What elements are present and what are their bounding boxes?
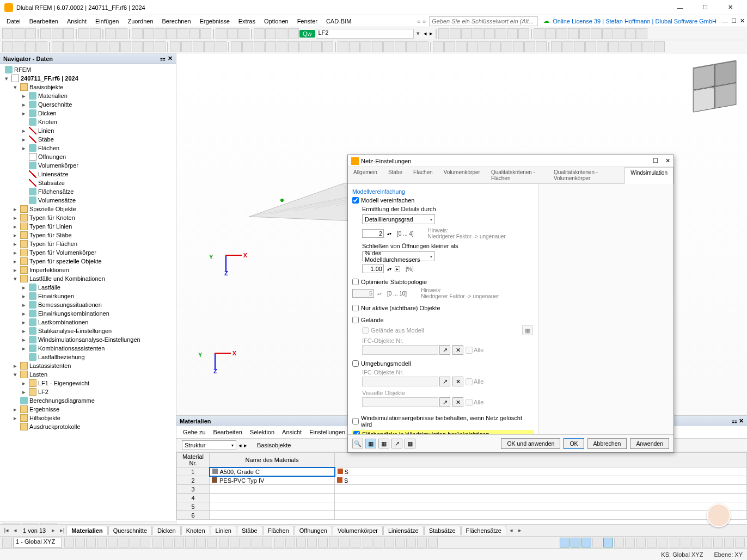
tb2-50[interactable] xyxy=(585,41,596,52)
bt-snap8[interactable] xyxy=(636,538,646,547)
tb2-5[interactable] xyxy=(52,41,63,52)
btab-liniensaetze[interactable]: Liniensätze xyxy=(383,526,424,535)
bt-24[interactable] xyxy=(318,538,328,547)
detail-value-input[interactable] xyxy=(362,229,384,238)
chk-opt-topology[interactable] xyxy=(352,279,359,285)
dtab-qk-volumen[interactable]: Qualitätskriterien - Volumenkörper xyxy=(548,167,624,183)
tb-calc2[interactable] xyxy=(227,28,238,39)
data-menu-view[interactable]: Ansicht xyxy=(279,428,305,436)
dlg-icon3[interactable]: ▦ xyxy=(378,439,389,448)
chk-terrain[interactable] xyxy=(352,317,359,323)
bt-18[interactable] xyxy=(252,538,261,547)
tree-item[interactable]: ▸Flächen xyxy=(1,144,175,152)
tb2-43[interactable] xyxy=(501,41,512,52)
table-row[interactable]: 2PES-PVC Typ IV S xyxy=(177,476,747,485)
bt-29[interactable] xyxy=(373,538,383,547)
tree-item[interactable]: Öffnungen xyxy=(1,152,175,161)
dlg-icon4[interactable]: ↗ xyxy=(391,439,402,448)
bt-4[interactable] xyxy=(97,538,107,547)
tb2-44[interactable] xyxy=(513,41,524,52)
child-close[interactable]: ✕ xyxy=(740,17,745,24)
tb2-56[interactable] xyxy=(654,41,665,52)
col-material-name[interactable]: Name des Materials xyxy=(210,453,335,467)
tb-new[interactable] xyxy=(2,28,13,39)
nav-close-icon[interactable]: ✕ xyxy=(168,55,173,62)
tb-y10[interactable] xyxy=(636,28,647,39)
tb2-15[interactable] xyxy=(170,41,181,52)
dtab-allgemein[interactable]: Allgemein xyxy=(348,167,383,183)
tb2-39[interactable] xyxy=(456,41,467,52)
tb2-23[interactable] xyxy=(265,41,276,52)
bt-15[interactable] xyxy=(219,538,229,547)
tb-x7[interactable] xyxy=(507,28,518,39)
tb2-46[interactable] xyxy=(536,41,547,52)
tb2-45[interactable] xyxy=(524,41,535,52)
tb2-31[interactable] xyxy=(360,41,371,52)
tb2-29[interactable] xyxy=(338,41,348,52)
table-row[interactable]: 6 xyxy=(177,511,747,520)
tb-open[interactable] xyxy=(14,28,25,39)
tb-grid2[interactable] xyxy=(143,28,154,39)
dtab-qk-flaechen[interactable]: Qualitätskriterien - Flächen xyxy=(486,167,548,183)
child-minimize[interactable]: — xyxy=(722,18,728,24)
tb2-28[interactable] xyxy=(322,41,333,52)
dtab-volumen[interactable]: Volumenkörper xyxy=(438,167,486,183)
bt-25[interactable] xyxy=(329,538,339,547)
dlg-icon5[interactable]: ▦ xyxy=(405,439,415,448)
bt-snap1[interactable] xyxy=(560,538,570,547)
btab-prev[interactable]: ◂ xyxy=(11,527,20,534)
dlg-help-icon[interactable]: 🔍 xyxy=(352,439,363,448)
bt-end4[interactable] xyxy=(702,538,712,547)
tb2-3[interactable] xyxy=(25,41,36,52)
btab-last[interactable]: ▸| xyxy=(58,527,66,534)
tree-item[interactable]: ▸Kombinationsassistenten xyxy=(1,344,175,353)
dtab-windsimulation[interactable]: Windsimulation xyxy=(624,167,673,184)
tb2-25[interactable] xyxy=(288,41,299,52)
tree-item[interactable]: Lastfallbeziehung xyxy=(1,353,175,361)
tb2-11[interactable] xyxy=(120,41,131,52)
tb2-34[interactable] xyxy=(395,41,406,52)
tb2-20[interactable] xyxy=(231,41,242,52)
tb2-37[interactable] xyxy=(433,41,444,52)
data-panel-close[interactable]: ✕ xyxy=(739,417,744,424)
data-grid[interactable]: Material Nr.Name des Materials 1A500, Gr… xyxy=(176,452,747,524)
tb-copy[interactable] xyxy=(105,28,116,39)
tree-item[interactable]: ▾Basisobjekte xyxy=(1,83,175,91)
tree-item[interactable]: ▾Lasten xyxy=(1,370,175,379)
bt-end3[interactable] xyxy=(691,538,701,547)
bt-23[interactable] xyxy=(307,538,317,547)
search-nav-next[interactable]: » xyxy=(423,18,426,24)
chk-surround[interactable] xyxy=(352,360,359,367)
tb2-42[interactable] xyxy=(490,41,501,52)
menu-bearbeiten[interactable]: Bearbeiten xyxy=(25,17,63,26)
tree-item[interactable]: ▸Bemessungssituationen xyxy=(1,300,175,309)
tb2-6[interactable] xyxy=(63,41,74,52)
btab-staebe[interactable]: Stäbe xyxy=(237,526,262,535)
bt-snap3[interactable] xyxy=(581,538,591,547)
tree-item[interactable]: Knoten xyxy=(1,118,175,126)
bt-snap2[interactable] xyxy=(571,538,580,547)
bt-end7[interactable] xyxy=(735,538,745,547)
tb2-22[interactable] xyxy=(254,41,265,52)
tb2-47[interactable] xyxy=(551,41,562,52)
bt-34[interactable] xyxy=(428,538,438,547)
btab-scroll-right[interactable]: ▸ xyxy=(516,527,524,534)
bt-14[interactable] xyxy=(207,538,217,547)
bt-end5[interactable] xyxy=(713,538,723,547)
tb2-49[interactable] xyxy=(574,41,585,52)
bt-snap6[interactable] xyxy=(614,538,624,547)
bt-13[interactable] xyxy=(196,538,206,547)
menu-extras[interactable]: Extras xyxy=(234,17,260,26)
dt-prev[interactable]: ◂ xyxy=(238,442,242,449)
menu-einfuegen[interactable]: Einfügen xyxy=(91,17,123,26)
tb2-36[interactable] xyxy=(418,41,428,52)
bt-snap10[interactable] xyxy=(658,538,668,547)
tb2-9[interactable] xyxy=(97,41,108,52)
tree-item[interactable]: ▸Typen für Knoten xyxy=(1,213,175,222)
bt-8[interactable] xyxy=(140,538,150,547)
tree-item[interactable]: ▸Typen für Flächen xyxy=(1,239,175,248)
tb2-32[interactable] xyxy=(372,41,383,52)
chk-thickness[interactable] xyxy=(353,431,360,434)
tree-item[interactable]: Volumensätze xyxy=(1,196,175,205)
tb2-14[interactable] xyxy=(155,41,166,52)
